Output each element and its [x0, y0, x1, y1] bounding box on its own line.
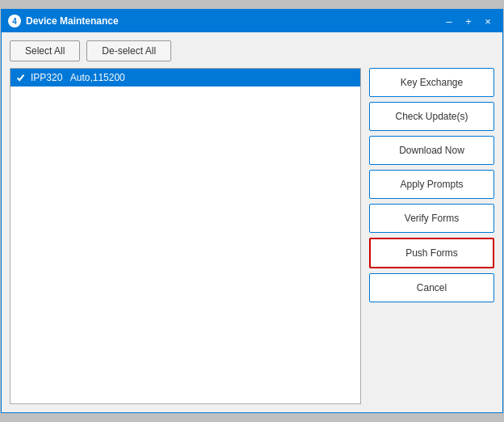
- deselect-all-button[interactable]: De-select All: [86, 40, 171, 61]
- title-bar: 4 Device Maintenance – + ×: [2, 10, 502, 32]
- window-title: Device Maintenance: [26, 15, 441, 27]
- minimize-button[interactable]: –: [441, 13, 457, 29]
- window-controls: – + ×: [441, 13, 496, 29]
- top-toolbar: Select All De-select All: [10, 40, 494, 61]
- app-icon: 4: [8, 15, 21, 27]
- apply-prompts-button[interactable]: Apply Prompts: [369, 170, 494, 199]
- verify-forms-button[interactable]: Verify Forms: [369, 204, 494, 233]
- list-item[interactable]: IPP320 Auto,115200: [10, 69, 360, 87]
- device-checkbox[interactable]: [15, 73, 26, 83]
- maximize-button[interactable]: +: [460, 13, 477, 29]
- check-updates-button[interactable]: Check Update(s): [369, 102, 494, 131]
- download-now-button[interactable]: Download Now: [369, 136, 494, 165]
- cancel-button[interactable]: Cancel: [369, 273, 494, 302]
- close-button[interactable]: ×: [480, 13, 496, 29]
- device-label: IPP320 Auto,115200: [31, 72, 125, 83]
- select-all-button[interactable]: Select All: [10, 40, 80, 61]
- main-window: 4 Device Maintenance – + × Select All De…: [1, 9, 503, 413]
- key-exchange-button[interactable]: Key Exchange: [369, 68, 494, 97]
- window-body: Select All De-select All IPP320 Auto,115…: [2, 32, 502, 412]
- device-list: IPP320 Auto,115200: [10, 68, 361, 404]
- push-forms-button[interactable]: Push Forms: [369, 238, 494, 268]
- main-area: IPP320 Auto,115200 Key Exchange Check Up…: [10, 68, 494, 404]
- action-panel: Key Exchange Check Update(s) Download No…: [369, 68, 494, 404]
